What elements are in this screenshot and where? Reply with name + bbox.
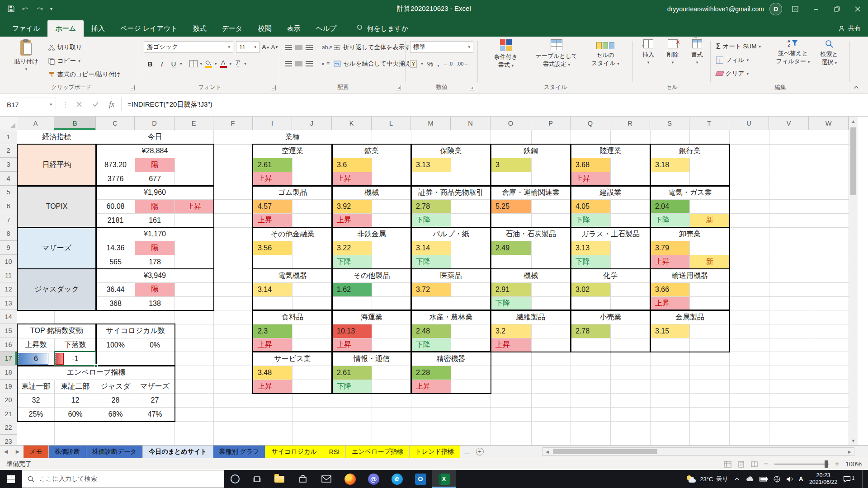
column-header-R[interactable]: R <box>610 117 650 130</box>
cell-C3[interactable]: 873.20 <box>96 158 135 172</box>
menu-tab-表示[interactable]: 表示 <box>279 20 308 37</box>
industry-name-石油・石炭製品[interactable]: 石油・石炭製品 <box>491 228 571 241</box>
row-header-6[interactable]: 6 <box>0 199 17 213</box>
zoom-in-icon[interactable]: + <box>835 460 839 468</box>
collapse-ribbon-icon[interactable] <box>854 85 859 89</box>
row-header-17[interactable]: 17 <box>0 352 17 366</box>
network-icon[interactable] <box>774 476 780 483</box>
decrease-indent-icon[interactable]: ⇤≡ <box>322 61 330 67</box>
row-header-4[interactable]: 4 <box>0 172 17 186</box>
name-box-dropdown-icon[interactable]: ▾ <box>50 102 52 107</box>
column-header-S[interactable]: S <box>650 117 689 130</box>
cell-C5[interactable]: ¥1,960 <box>96 186 213 200</box>
sheet-tab-サイコロジカル[interactable]: サイコロジカル <box>265 446 323 458</box>
industry-name-ゴム製品[interactable]: ゴム製品 <box>253 186 332 200</box>
cell-C4[interactable]: 3776 <box>96 172 135 186</box>
account-area[interactable]: dryyourtearswithlove1@gmail.com D <box>667 3 782 15</box>
volume-icon[interactable] <box>786 476 793 482</box>
industry-trend-サービス業[interactable]: 上昇 <box>253 380 292 394</box>
cut-button[interactable]: 切り取り <box>48 42 82 53</box>
column-header-K[interactable]: K <box>332 117 372 130</box>
row-header-3[interactable]: 3 <box>0 158 17 172</box>
column-header-T[interactable]: T <box>689 117 729 130</box>
fill-button[interactable]: ↓ フィル▾ <box>716 55 749 66</box>
cell-C15[interactable]: サイコロジカル数 <box>96 324 175 338</box>
industry-name-機械[interactable]: 機械 <box>332 186 411 200</box>
row-header-22[interactable]: 22 <box>0 421 17 435</box>
sheet-tab-株価診断データ[interactable]: 株価診断データ <box>86 446 143 458</box>
avatar[interactable]: D <box>769 3 782 15</box>
menu-tab-校閲[interactable]: 校閲 <box>250 20 279 37</box>
cell-C7[interactable]: 2181 <box>96 214 135 227</box>
sheet-tab-RSI[interactable]: RSI <box>323 446 346 458</box>
cell-C1[interactable]: 今日 <box>96 131 213 144</box>
row-header-11[interactable]: 11 <box>0 269 17 283</box>
decrease-decimal-icon[interactable]: .00→ <box>457 61 468 66</box>
industry-name-パルプ・紙[interactable]: パルプ・紙 <box>411 228 491 241</box>
industry-value-ガラス・土石製品[interactable]: 3.13 <box>571 241 610 255</box>
industry-value-電気・ガス業[interactable]: 2.04 <box>651 200 689 213</box>
industry-name-化学[interactable]: 化学 <box>571 269 650 283</box>
row-header-14[interactable]: 14 <box>0 310 17 324</box>
cell-C8[interactable]: ¥1,170 <box>96 228 213 241</box>
industry-value-非鉄金属[interactable]: 3.22 <box>332 241 372 255</box>
column-header-Q[interactable]: Q <box>571 117 610 130</box>
font-size-select[interactable]: 11▾ <box>236 41 259 53</box>
wrap-text-button[interactable]: 折り返して全体を表示する <box>334 42 417 53</box>
industry-value-機械[interactable]: 2.91 <box>491 283 531 296</box>
sheet-tab-株価診断[interactable]: 株価診断 <box>49 446 86 458</box>
start-button[interactable] <box>0 470 22 488</box>
menu-tab-挿入[interactable]: 挿入 <box>84 20 113 37</box>
sheet-tab-メモ[interactable]: メモ <box>24 446 49 458</box>
delete-cells-button[interactable]: ✕ 削除▾ <box>662 39 684 66</box>
scroll-up-icon[interactable]: ▲ <box>849 117 858 126</box>
industry-value-電気機器[interactable]: 3.14 <box>253 283 292 296</box>
cell-B19[interactable]: 東証二部 <box>55 380 96 394</box>
close-icon[interactable] <box>847 0 868 18</box>
fill-color-icon[interactable] <box>203 58 214 69</box>
redo-icon[interactable] <box>36 5 44 13</box>
industry-value-証券・商品先物取引[interactable]: 2.78 <box>411 200 451 213</box>
battery-icon[interactable] <box>760 477 768 482</box>
industry-value-卸売業[interactable]: 3.79 <box>651 241 689 255</box>
industry-value-小売業[interactable]: 2.78 <box>571 324 610 338</box>
cell-D21[interactable]: 47% <box>135 408 175 421</box>
industry-name-陸運業[interactable]: 陸運業 <box>571 145 650 158</box>
dialog-launcher-icon[interactable] <box>130 85 135 90</box>
merge-center-button[interactable]: セルを結合して中央揃え▾ <box>334 58 415 69</box>
industry-trend-ガラス・土石製品[interactable]: 下降 <box>571 255 610 269</box>
row-header-13[interactable]: 13 <box>0 296 17 310</box>
industry-value-その他金融業[interactable]: 3.56 <box>253 241 292 255</box>
task-view-icon[interactable] <box>246 470 268 488</box>
tab-scroll-right-icon[interactable]: ▶ <box>12 446 24 458</box>
page-break-view-icon[interactable] <box>751 461 758 468</box>
industry-value-保険業[interactable]: 3.13 <box>411 158 451 172</box>
industry-trend-建設業[interactable]: 下降 <box>571 214 610 227</box>
format-cells-button[interactable]: ↔ 書式▾ <box>686 39 708 66</box>
restore-icon[interactable] <box>826 0 847 18</box>
percent-style-icon[interactable]: % <box>427 60 433 68</box>
taskbar-app-edge[interactable]: e <box>385 470 409 488</box>
share-button[interactable]: 共有 <box>838 24 861 33</box>
align-top-icon[interactable] <box>285 45 292 50</box>
zoom-out-icon[interactable]: − <box>764 460 768 468</box>
align-left-icon[interactable] <box>285 61 292 66</box>
industry-trend-卸売業[interactable]: 上昇 <box>651 255 689 269</box>
align-right-icon[interactable] <box>306 61 313 66</box>
industry-value-水産・農林業[interactable]: 2.48 <box>411 324 451 338</box>
industry-value-その他製品[interactable]: 1.62 <box>332 283 372 296</box>
industry-trend-繊維製品[interactable]: 上昇 <box>491 338 531 352</box>
font-color-icon[interactable]: A <box>218 58 229 69</box>
cell-styles-button[interactable]: セルの スタイル ▾ <box>585 39 626 67</box>
font-color-dropdown-icon[interactable]: ▾ <box>230 61 232 66</box>
industry-trend-食料品[interactable]: 上昇 <box>253 338 292 352</box>
column-header-E[interactable]: E <box>175 117 213 130</box>
tell-me-box[interactable]: 何をしますか <box>356 20 409 37</box>
industry-name-電気機器[interactable]: 電気機器 <box>253 269 332 283</box>
phonetic-guide-icon[interactable]: ア ≡ <box>232 58 243 69</box>
onedrive-icon[interactable] <box>745 476 754 482</box>
industry-name-輸送用機器[interactable]: 輸送用機器 <box>651 269 729 283</box>
cell-C19[interactable]: ジャスダ <box>96 380 135 394</box>
column-header-P[interactable]: P <box>531 117 571 130</box>
dialog-launcher-icon[interactable] <box>396 85 401 90</box>
